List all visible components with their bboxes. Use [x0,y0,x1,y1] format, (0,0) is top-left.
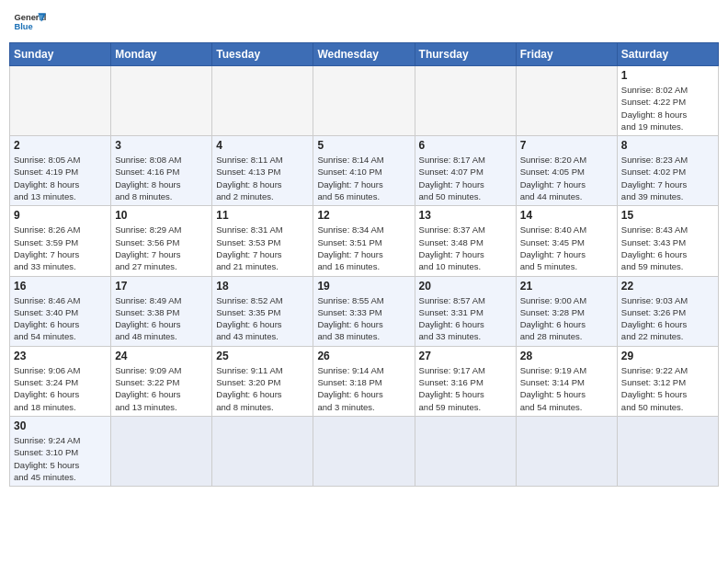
day-number: 15 [621,209,714,222]
calendar-cell: 1Sunrise: 8:02 AM Sunset: 4:22 PM Daylig… [617,66,718,136]
calendar-cell: 24Sunrise: 9:09 AM Sunset: 3:22 PM Dayli… [111,346,212,416]
day-number: 28 [520,350,613,362]
calendar-cell [617,416,718,486]
calendar-cell: 2Sunrise: 8:05 AM Sunset: 4:19 PM Daylig… [10,136,111,206]
day-info: Sunrise: 9:22 AM Sunset: 3:12 PM Dayligh… [621,364,714,413]
day-info: Sunrise: 9:19 AM Sunset: 3:14 PM Dayligh… [520,364,613,413]
calendar-cell: 11Sunrise: 8:31 AM Sunset: 3:53 PM Dayli… [212,206,313,276]
header: General Blue [9,9,719,37]
calendar: SundayMondayTuesdayWednesdayThursdayFrid… [9,42,719,487]
day-info: Sunrise: 8:52 AM Sunset: 3:35 PM Dayligh… [216,294,309,343]
day-info: Sunrise: 8:14 AM Sunset: 4:10 PM Dayligh… [317,154,410,202]
week-row-2: 9Sunrise: 8:26 AM Sunset: 3:59 PM Daylig… [10,206,719,276]
day-info: Sunrise: 8:20 AM Sunset: 4:05 PM Dayligh… [520,154,613,202]
day-info: Sunrise: 8:02 AM Sunset: 4:22 PM Dayligh… [621,84,714,132]
day-info: Sunrise: 9:24 AM Sunset: 3:10 PM Dayligh… [14,434,107,483]
calendar-cell: 7Sunrise: 8:20 AM Sunset: 4:05 PM Daylig… [516,136,617,206]
calendar-cell [516,66,617,136]
calendar-cell [415,66,516,136]
calendar-cell: 3Sunrise: 8:08 AM Sunset: 4:16 PM Daylig… [111,136,212,206]
week-row-0: 1Sunrise: 8:02 AM Sunset: 4:22 PM Daylig… [10,66,719,136]
calendar-cell: 27Sunrise: 9:17 AM Sunset: 3:16 PM Dayli… [415,346,516,416]
calendar-cell [212,66,313,136]
calendar-cell [415,416,516,486]
day-number: 27 [419,350,512,362]
day-info: Sunrise: 9:11 AM Sunset: 3:20 PM Dayligh… [216,364,309,413]
day-number: 29 [621,350,714,362]
calendar-cell: 6Sunrise: 8:17 AM Sunset: 4:07 PM Daylig… [415,136,516,206]
day-info: Sunrise: 8:49 AM Sunset: 3:38 PM Dayligh… [115,294,208,343]
calendar-cell: 9Sunrise: 8:26 AM Sunset: 3:59 PM Daylig… [10,206,111,276]
header-sunday: Sunday [10,43,111,66]
calendar-cell: 23Sunrise: 9:06 AM Sunset: 3:24 PM Dayli… [10,346,111,416]
day-info: Sunrise: 9:17 AM Sunset: 3:16 PM Dayligh… [419,364,512,413]
day-number: 2 [14,139,107,152]
week-row-4: 23Sunrise: 9:06 AM Sunset: 3:24 PM Dayli… [10,346,719,416]
day-info: Sunrise: 9:06 AM Sunset: 3:24 PM Dayligh… [14,364,107,413]
day-info: Sunrise: 9:03 AM Sunset: 3:26 PM Dayligh… [621,294,714,343]
day-info: Sunrise: 9:00 AM Sunset: 3:28 PM Dayligh… [520,294,613,343]
day-number: 26 [317,350,410,362]
calendar-cell: 16Sunrise: 8:46 AM Sunset: 3:40 PM Dayli… [10,276,111,346]
day-number: 25 [216,350,309,362]
day-number: 5 [317,139,410,152]
calendar-cell [313,416,415,486]
header-monday: Monday [111,43,212,66]
day-info: Sunrise: 8:17 AM Sunset: 4:07 PM Dayligh… [419,154,512,202]
calendar-cell: 26Sunrise: 9:14 AM Sunset: 3:18 PM Dayli… [313,346,415,416]
calendar-cell [313,66,415,136]
day-info: Sunrise: 9:09 AM Sunset: 3:22 PM Dayligh… [115,364,208,413]
calendar-cell: 12Sunrise: 8:34 AM Sunset: 3:51 PM Dayli… [313,206,415,276]
day-info: Sunrise: 8:11 AM Sunset: 4:13 PM Dayligh… [216,154,309,202]
logo: General Blue [13,9,46,37]
week-row-3: 16Sunrise: 8:46 AM Sunset: 3:40 PM Dayli… [10,276,719,346]
day-info: Sunrise: 8:05 AM Sunset: 4:19 PM Dayligh… [14,154,107,202]
calendar-cell: 22Sunrise: 9:03 AM Sunset: 3:26 PM Dayli… [617,276,718,346]
calendar-cell: 4Sunrise: 8:11 AM Sunset: 4:13 PM Daylig… [212,136,313,206]
header-friday: Friday [516,43,617,66]
calendar-cell [111,416,212,486]
calendar-cell [10,66,111,136]
calendar-cell: 19Sunrise: 8:55 AM Sunset: 3:33 PM Dayli… [313,276,415,346]
day-number: 22 [621,280,714,293]
day-number: 4 [216,139,309,152]
day-number: 20 [419,280,512,293]
day-number: 17 [115,280,208,293]
week-row-1: 2Sunrise: 8:05 AM Sunset: 4:19 PM Daylig… [10,136,719,206]
day-number: 18 [216,280,309,293]
day-info: Sunrise: 8:37 AM Sunset: 3:48 PM Dayligh… [419,224,512,272]
day-info: Sunrise: 9:14 AM Sunset: 3:18 PM Dayligh… [317,364,410,413]
day-number: 3 [115,139,208,152]
day-number: 14 [520,209,613,222]
calendar-cell [516,416,617,486]
calendar-cell: 14Sunrise: 8:40 AM Sunset: 3:45 PM Dayli… [516,206,617,276]
day-number: 12 [317,209,410,222]
header-tuesday: Tuesday [212,43,313,66]
calendar-cell: 29Sunrise: 9:22 AM Sunset: 3:12 PM Dayli… [617,346,718,416]
day-number: 16 [14,280,107,293]
day-info: Sunrise: 8:26 AM Sunset: 3:59 PM Dayligh… [14,224,107,272]
day-number: 7 [520,139,613,152]
day-number: 8 [621,139,714,152]
day-number: 23 [14,350,107,362]
calendar-cell: 28Sunrise: 9:19 AM Sunset: 3:14 PM Dayli… [516,346,617,416]
header-wednesday: Wednesday [313,43,415,66]
calendar-cell: 18Sunrise: 8:52 AM Sunset: 3:35 PM Dayli… [212,276,313,346]
day-info: Sunrise: 8:55 AM Sunset: 3:33 PM Dayligh… [317,294,410,343]
day-number: 11 [216,209,309,222]
day-info: Sunrise: 8:23 AM Sunset: 4:02 PM Dayligh… [621,154,714,202]
day-number: 10 [115,209,208,222]
day-number: 19 [317,280,410,293]
svg-text:Blue: Blue [14,22,32,31]
weekday-header-row: SundayMondayTuesdayWednesdayThursdayFrid… [10,43,719,66]
calendar-cell [212,416,313,486]
day-number: 30 [14,419,107,432]
day-info: Sunrise: 8:57 AM Sunset: 3:31 PM Dayligh… [419,294,512,343]
week-row-5: 30Sunrise: 9:24 AM Sunset: 3:10 PM Dayli… [10,416,719,486]
day-number: 21 [520,280,613,293]
day-info: Sunrise: 8:40 AM Sunset: 3:45 PM Dayligh… [520,224,613,272]
calendar-cell: 20Sunrise: 8:57 AM Sunset: 3:31 PM Dayli… [415,276,516,346]
calendar-cell: 15Sunrise: 8:43 AM Sunset: 3:43 PM Dayli… [617,206,718,276]
calendar-cell: 8Sunrise: 8:23 AM Sunset: 4:02 PM Daylig… [617,136,718,206]
day-number: 13 [419,209,512,222]
